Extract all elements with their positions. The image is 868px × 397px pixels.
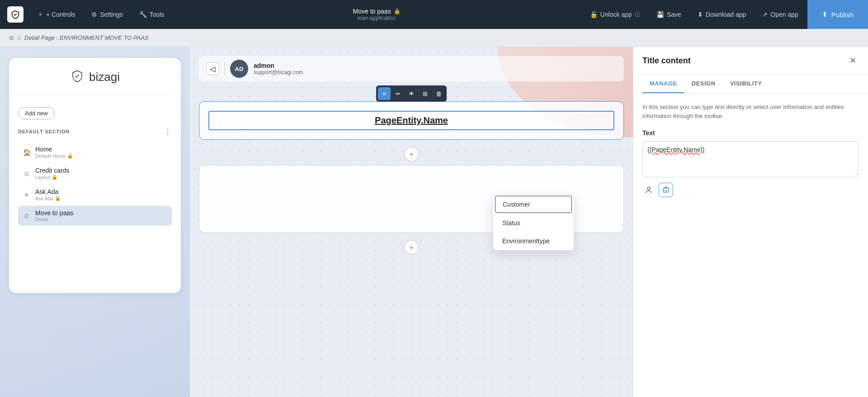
save-icon: 💾 — [656, 11, 664, 18]
tools-icon: 🔧 — [139, 11, 147, 18]
tools-button[interactable]: 🔧 Tools — [133, 7, 171, 22]
sidebar-item-home-name: Home — [35, 146, 167, 153]
page-subtitle: loan-application — [358, 15, 396, 21]
panel-description: In this section you can type text direct… — [642, 103, 859, 120]
gear-icon: ⚙ — [91, 11, 97, 18]
open-icon: ↗ — [762, 11, 768, 18]
right-panel-header: Title content ✕ — [633, 47, 868, 75]
sidebar-item-credit-cards[interactable]: ⊙ Credit cards Layout 🔒 — [18, 163, 172, 184]
right-panel-title: Title content — [642, 56, 691, 66]
title-content-display[interactable]: PageEntity.Name — [208, 111, 614, 130]
user-info: admon support@bizagi.com — [254, 62, 303, 76]
bizagi-logo-icon — [70, 69, 85, 85]
topnav: ＋ + Controls ⚙ Settings 🔧 Tools Move to … — [0, 0, 868, 29]
toolbar-delete-button[interactable]: 🗑 — [432, 87, 445, 100]
right-panel-tabs: MANAGE DESIGN VISIBILITY — [633, 75, 868, 94]
unlock-app-button[interactable]: 🔒 Unlock app ⓘ — [583, 7, 647, 22]
user-name: admon — [254, 62, 303, 69]
sidebar-item-ask-ada-sub: Ask Ada 🔒 — [35, 195, 167, 201]
toolbar-edit-button[interactable]: ✏ — [392, 87, 404, 100]
entity-icon-button[interactable] — [659, 183, 673, 197]
breadcrumb-bar: ⊙ 🗋 Detail Page : ENVIRONMENT MOVE TO PA… — [0, 29, 868, 47]
close-panel-button[interactable]: ✕ — [846, 54, 859, 67]
sidebar-brand: bizagi — [18, 69, 172, 95]
sidebar-section-header: DEFAULT SECTION ⋮ — [18, 127, 172, 137]
user-email: support@bizagi.com — [254, 69, 303, 76]
panel-icons-row — [642, 183, 859, 197]
home-icon: 🏠 — [23, 149, 31, 156]
text-editor-value: {{PageEntity.Name}} — [647, 146, 705, 153]
toolbar-visibility-button[interactable]: 👁 — [405, 87, 418, 100]
detail-icon: ⊙ — [23, 212, 31, 219]
right-panel-body: In this section you can type text direct… — [633, 94, 868, 397]
publish-icon: ⬆ — [822, 10, 828, 19]
sidebar-item-home-sub: Default Home 🔒 — [35, 153, 167, 159]
lock-icon: 🔒 — [590, 11, 598, 18]
canvas-header: ◁ AD admon support@bizagi.com — [199, 56, 624, 81]
main-layout: bizagi Add new DEFAULT SECTION ⋮ 🏠 Home … — [0, 47, 868, 397]
collapse-icon: ◁ — [210, 65, 215, 73]
breadcrumb-icon: ⊙ — [9, 34, 14, 41]
download-icon: ⬇ — [698, 11, 703, 18]
divider — [224, 62, 225, 76]
resize-handle[interactable]: ⌟ — [855, 170, 858, 176]
controls-button[interactable]: ＋ + Controls — [31, 7, 81, 22]
lock-icon: 🔒 — [394, 8, 401, 14]
add-section-button-2[interactable]: ＋ — [404, 240, 419, 255]
tab-design[interactable]: DESIGN — [684, 75, 723, 93]
sidebar-more-icon[interactable]: ⋮ — [164, 127, 172, 137]
open-app-button[interactable]: ↗ Open app — [755, 7, 806, 22]
app-logo — [7, 6, 24, 23]
user-info-icon[interactable] — [642, 184, 655, 196]
canvas-block-toolbar: ≡ ✏ 👁 ⊞ 🗑 — [376, 85, 447, 102]
save-button[interactable]: 💾 Save — [649, 7, 689, 22]
sidebar-item-home[interactable]: 🏠 Home Default Home 🔒 — [18, 142, 172, 162]
info-icon: ⓘ — [635, 11, 640, 19]
text-label: Text — [642, 129, 859, 137]
right-panel: Title content ✕ MANAGE DESIGN VISIBILITY… — [633, 47, 868, 397]
user-avatar: AD — [230, 60, 248, 78]
tab-visibility[interactable]: VISIBILITY — [723, 75, 769, 93]
shield-icon: ⊙ — [23, 170, 31, 177]
breadcrumb-text: Detail Page : ENVIRONMENT MOVE TO PAAS — [24, 34, 149, 41]
page-title: Move to paas 🔒 — [353, 8, 401, 15]
bizagi-brand-text: bizagi — [89, 70, 120, 84]
entity-dropdown-item-environmenttype[interactable]: Environmenttype — [493, 232, 574, 250]
sidebar-item-move-to-paas-sub: Detail — [35, 217, 167, 222]
sidebar-card: bizagi Add new DEFAULT SECTION ⋮ 🏠 Home … — [9, 58, 181, 293]
settings-button[interactable]: ⚙ Settings — [85, 7, 129, 22]
text-editor[interactable]: {{PageEntity.Name}} ⌟ — [642, 141, 859, 177]
sidebar-item-ask-ada-name: Ask Ada — [35, 188, 167, 195]
breadcrumb-page-icon: 🗋 — [17, 35, 22, 41]
svg-point-0 — [647, 187, 650, 190]
entity-dropdown: Customer Status Environmenttype — [493, 194, 574, 250]
sidebar-item-move-to-paas[interactable]: ⊙ Move to paas Detail — [18, 206, 172, 226]
sidebar-item-ask-ada[interactable]: ✳ Ask Ada Ask Ada 🔒 — [18, 184, 172, 205]
toolbar-grid-button[interactable]: ⊞ — [419, 87, 431, 100]
controls-icon: ＋ — [37, 10, 43, 19]
topnav-right: 🔒 Unlock app ⓘ 💾 Save ⬇ Download app ↗ O… — [583, 0, 861, 29]
download-app-button[interactable]: ⬇ Download app — [690, 7, 754, 22]
add-new-button[interactable]: Add new — [18, 107, 55, 119]
lock-icon: 🔒 — [55, 195, 61, 201]
toolbar-align-button[interactable]: ≡ — [378, 87, 391, 100]
entity-dropdown-item-status[interactable]: Status — [493, 214, 574, 232]
publish-button[interactable]: ⬆ Publish — [807, 0, 868, 29]
left-sidebar: bizagi Add new DEFAULT SECTION ⋮ 🏠 Home … — [0, 47, 190, 397]
sidebar-item-credit-cards-name: Credit cards — [35, 167, 167, 174]
topnav-center: Move to paas 🔒 loan-application — [174, 8, 579, 21]
collapse-sidebar-button[interactable]: ◁ — [206, 62, 219, 75]
sidebar-item-credit-cards-sub: Layout 🔒 — [35, 174, 167, 180]
sidebar-item-move-to-paas-name: Move to paas — [35, 209, 167, 217]
lock-icon: 🔒 — [67, 153, 73, 159]
snowflake-icon: ✳ — [23, 191, 31, 198]
entity-dropdown-item-customer[interactable]: Customer — [495, 196, 572, 213]
tab-manage[interactable]: MANAGE — [642, 75, 684, 93]
lock-icon: 🔒 — [52, 174, 58, 180]
add-section-button[interactable]: ＋ — [404, 147, 419, 161]
sidebar-section-title: DEFAULT SECTION — [18, 129, 70, 134]
canvas-title-block[interactable]: ≡ ✏ 👁 ⊞ 🗑 PageEntity.Name — [199, 101, 624, 140]
